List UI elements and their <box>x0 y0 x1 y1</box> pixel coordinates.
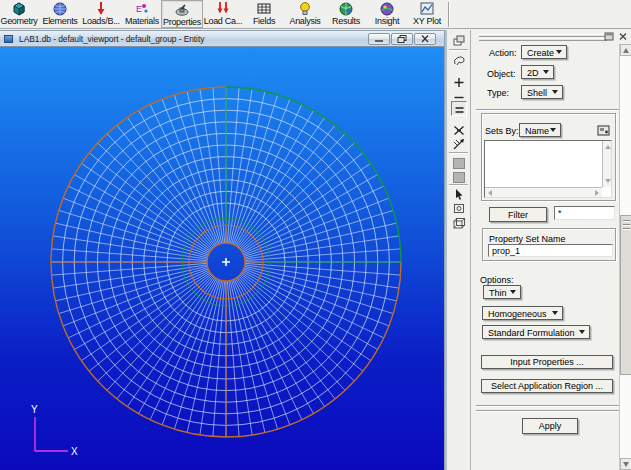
restore-button[interactable] <box>391 33 413 45</box>
panel-scrollbar[interactable] <box>619 44 631 470</box>
toolbar-item-insight[interactable]: Insight <box>366 0 408 28</box>
view-corners-icon[interactable] <box>451 201 467 215</box>
copy-viewport-icon[interactable] <box>451 34 467 48</box>
axes-triad: YX <box>20 403 100 470</box>
properties-panel: Action: Create Object: 2D Type: Shell Se… <box>470 30 631 470</box>
list-vertical-scrollbar[interactable] <box>602 141 611 187</box>
toolbar-item-results[interactable]: Results <box>325 0 367 28</box>
toolbar-item-elements[interactable]: Elements <box>39 0 81 28</box>
properties-icon <box>162 2 202 17</box>
select-sets-icon[interactable] <box>596 123 611 139</box>
equal-scale-toggle[interactable] <box>451 101 467 116</box>
main-toolbar: Geometry Elements Loads/B... E Materials… <box>0 0 631 29</box>
insight-icon <box>366 1 408 16</box>
chevron-down-icon <box>579 330 585 334</box>
viewport-window: LAB1.db - default_viewport - default_gro… <box>0 30 447 470</box>
toolbar-item-fields[interactable]: Fields <box>243 0 285 28</box>
toolbar-item-load-cases[interactable]: Load Ca... <box>202 0 244 28</box>
separator <box>476 410 623 412</box>
homogeneous-dropdown[interactable]: Homogeneous <box>482 306 563 320</box>
object-label: Object: <box>487 69 516 79</box>
formulation-dropdown[interactable]: Standard Formulation <box>482 325 590 339</box>
lasso-select-icon[interactable] <box>451 54 467 68</box>
svg-text:Y: Y <box>31 404 38 415</box>
fields-icon <box>243 1 285 16</box>
chevron-down-icon <box>550 128 556 132</box>
analysis-icon <box>284 1 326 16</box>
panel-restore-icon[interactable] <box>603 31 615 44</box>
materials-icon: E <box>121 1 163 16</box>
panel-gripper[interactable] <box>479 38 607 41</box>
action-dropdown[interactable]: Create <box>521 45 567 59</box>
zoom-in-icon[interactable] <box>451 75 467 89</box>
type-dropdown[interactable]: Shell <box>521 85 563 99</box>
delete-icon[interactable] <box>451 123 467 137</box>
elements-icon <box>39 1 81 16</box>
chevron-down-icon <box>543 70 549 74</box>
filter-input[interactable]: * <box>554 206 615 220</box>
scrollbar-thumb[interactable] <box>620 215 631 375</box>
thin-dropdown[interactable]: Thin <box>483 285 521 299</box>
viewport-title: LAB1.db - default_viewport - default_gro… <box>19 34 204 44</box>
chevron-down-icon <box>552 311 558 315</box>
results-icon <box>325 1 367 16</box>
toolbar-item-xy-plot[interactable]: XY Plot <box>406 0 448 28</box>
fem-select-icon[interactable] <box>451 137 467 151</box>
object-dropdown[interactable]: 2D <box>521 65 554 79</box>
viewport-window-icon <box>4 35 13 43</box>
select-application-region-button[interactable]: Select Application Region ... <box>481 379 613 393</box>
toolbar-item-loads-bcs[interactable]: Loads/B... <box>80 0 122 28</box>
minimize-button[interactable] <box>368 33 390 45</box>
palette-swatch-icon[interactable] <box>451 170 467 184</box>
panel-gripper[interactable] <box>479 34 607 37</box>
toolbar-item-analysis[interactable]: Analysis <box>284 0 326 28</box>
wireframe-cube-icon[interactable] <box>451 216 467 230</box>
apply-button[interactable]: Apply <box>522 418 578 434</box>
toolbar-item-materials[interactable]: E Materials <box>121 0 163 28</box>
action-label: Action: <box>489 48 517 58</box>
options-label: Options: <box>480 275 514 285</box>
chevron-down-icon <box>552 90 558 94</box>
separator <box>476 109 623 111</box>
filter-button[interactable]: Filter <box>489 207 547 222</box>
chevron-down-icon <box>510 290 516 294</box>
loads-bcs-icon <box>80 1 122 16</box>
geometry-icon <box>0 1 40 16</box>
chevron-down-icon <box>556 50 562 54</box>
viewport-titlebar[interactable]: LAB1.db - default_viewport - default_gro… <box>0 30 445 47</box>
svg-text:E: E <box>136 4 142 14</box>
toolbar-item-properties[interactable]: Properties <box>161 0 203 28</box>
property-set-name-label: Property Set Name <box>489 234 566 244</box>
palette-swatch-icon[interactable] <box>451 156 467 170</box>
close-button[interactable] <box>414 33 436 45</box>
toolbar-separator <box>448 2 450 27</box>
property-set-name-input[interactable]: prop_1 <box>488 244 613 257</box>
list-horizontal-scrollbar[interactable] <box>485 187 602 197</box>
sets-by-label: Sets By: <box>485 126 519 136</box>
svg-text:X: X <box>71 446 78 457</box>
input-properties-button[interactable]: Input Properties ... <box>481 355 613 369</box>
toolbar-item-geometry[interactable]: Geometry <box>0 0 40 28</box>
sets-by-dropdown[interactable]: Name <box>519 123 561 137</box>
cursor-select-icon[interactable] <box>451 187 467 201</box>
separator <box>476 405 623 407</box>
type-label: Type: <box>487 88 509 98</box>
panel-close-icon[interactable] <box>617 31 629 44</box>
load-cases-icon <box>202 1 244 16</box>
xy-plot-icon <box>406 1 448 16</box>
selection-toolbar <box>447 30 470 470</box>
scroll-down-button[interactable] <box>620 458 631 470</box>
scroll-up-button[interactable] <box>620 44 631 56</box>
viewport-canvas[interactable]: YX <box>0 47 444 470</box>
